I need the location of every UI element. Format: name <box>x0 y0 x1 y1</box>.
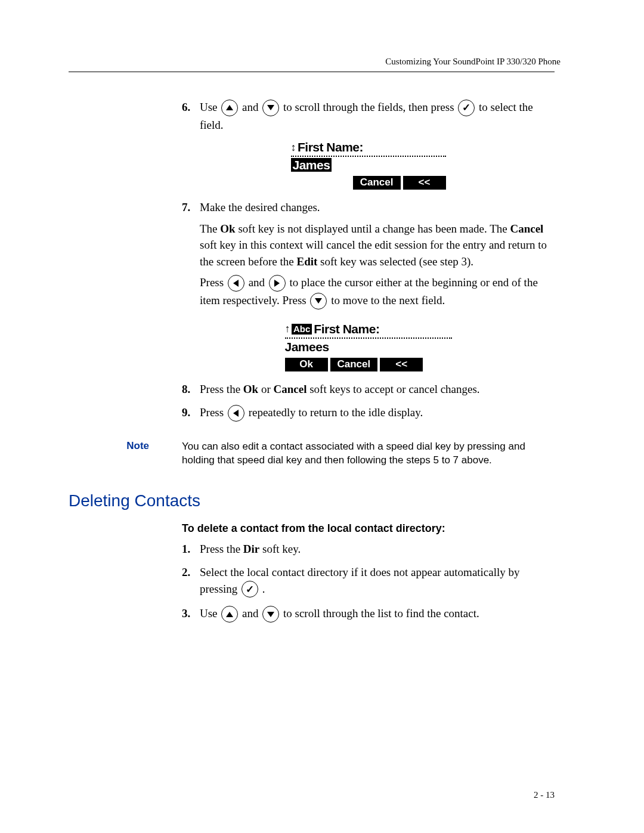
text: Use <box>200 607 220 620</box>
field-value: James <box>291 158 332 172</box>
step-body: Select the local contact directory if it… <box>200 564 555 598</box>
bold-ok: Ok <box>243 383 258 395</box>
paragraph: The Ok soft key is not displayed until a… <box>200 221 555 270</box>
softkey-cancel: Cancel <box>330 358 378 371</box>
scroll-indicator-icon: ↕ <box>291 141 296 154</box>
softkey-backspace: << <box>380 358 423 371</box>
softkey-cancel: Cancel <box>353 176 401 190</box>
bold-dir: Dir <box>243 543 259 555</box>
step-number: 1. <box>182 541 200 558</box>
paragraph: Press and to place the cursor either at … <box>200 274 555 309</box>
up-arrow-icon <box>221 606 238 623</box>
text: and <box>242 607 261 620</box>
step-number: 3. <box>182 605 200 623</box>
step-body: Press the Dir soft key. <box>200 541 555 558</box>
note-block: Note You can also edit a contact associa… <box>69 440 555 467</box>
text: Press the <box>200 543 243 555</box>
text: and <box>242 101 261 113</box>
field-value-row: James <box>291 157 446 176</box>
text: Press <box>200 406 227 419</box>
input-mode-badge: Abc <box>292 324 312 335</box>
note-label: Note <box>69 440 182 467</box>
down-arrow-icon <box>262 606 279 623</box>
down-arrow-icon <box>310 293 327 309</box>
delete-step-2: 2. Select the local contact directory if… <box>182 564 555 598</box>
field-label: First Name: <box>314 322 379 336</box>
check-icon: ✓ <box>458 100 475 116</box>
steps-list: 7. Make the desired changes. The Ok soft… <box>182 199 555 314</box>
check-icon: ✓ <box>242 581 258 597</box>
text: to move to the next field. <box>331 294 445 306</box>
phone-title-row: ↕ First Name: <box>291 140 446 157</box>
note-text: You can also edit a contact associated w… <box>182 440 555 467</box>
step-9: 9. Press repeatedly to return to the idl… <box>182 404 555 422</box>
softkey-backspace: << <box>403 176 446 190</box>
step-number: 9. <box>182 404 200 422</box>
text: soft key was selected (see step 3). <box>317 255 473 268</box>
text: to scroll through the list to find the c… <box>283 607 479 620</box>
phone-screen-1: ↕ First Name: James Cancel << <box>291 140 446 190</box>
delete-step-3: 3. Use and to scroll through the list to… <box>182 605 555 623</box>
step-number: 6. <box>182 99 200 133</box>
text: . <box>262 583 265 595</box>
page-number: 2 - 13 <box>534 790 555 800</box>
step-number: 2. <box>182 564 200 598</box>
text: Use <box>200 101 220 113</box>
step-body: Use and to scroll through the fields, th… <box>200 99 555 133</box>
step-body: Press the Ok or Cancel soft keys to acce… <box>200 381 555 398</box>
steps-list: 1. Press the Dir soft key. 2. Select the… <box>182 541 555 623</box>
step-number: 8. <box>182 381 200 398</box>
left-arrow-icon <box>228 275 244 292</box>
step-body: Use and to scroll through the list to fi… <box>200 605 555 623</box>
steps-list: 6. Use and to scroll through the fields,… <box>182 99 555 133</box>
softkey-row: Cancel << <box>291 176 446 190</box>
steps-list: 8. Press the Ok or Cancel soft keys to a… <box>182 381 555 422</box>
bold-ok: Ok <box>220 222 235 235</box>
content-block: To delete a contact from the local conta… <box>182 522 555 623</box>
scroll-up-indicator-icon: ↑ <box>285 323 290 335</box>
bold-cancel: Cancel <box>510 222 543 235</box>
softkey-ok: Ok <box>285 358 328 371</box>
text: Press <box>200 276 227 289</box>
delete-step-1: 1. Press the Dir soft key. <box>182 541 555 558</box>
left-arrow-icon <box>228 405 244 422</box>
text: soft key is not displayed until a change… <box>236 222 510 235</box>
step-number: 7. <box>182 199 200 314</box>
step-7: 7. Make the desired changes. The Ok soft… <box>182 199 555 314</box>
up-arrow-icon <box>221 100 238 116</box>
text: The <box>200 222 220 235</box>
text: or <box>258 383 273 395</box>
section-heading-deleting-contacts: Deleting Contacts <box>69 491 555 510</box>
sub-heading: To delete a contact from the local conta… <box>182 522 555 535</box>
softkey-row: Ok Cancel << <box>285 358 452 371</box>
step-8: 8. Press the Ok or Cancel soft keys to a… <box>182 381 555 398</box>
step-body: Make the desired changes. The Ok soft ke… <box>200 199 555 314</box>
step-body: Press repeatedly to return to the idle d… <box>200 404 555 422</box>
phone-screen-2: ↑ Abc First Name: Jamees Ok Cancel << <box>285 322 452 371</box>
page: Customizing Your SoundPoint IP 330/320 P… <box>0 0 644 833</box>
field-value-row: Jamees <box>285 339 452 358</box>
field-value: Jamees <box>285 340 329 354</box>
bold-cancel: Cancel <box>274 383 307 395</box>
text: soft keys to accept or cancel changes. <box>306 383 479 395</box>
bold-edit: Edit <box>296 255 317 268</box>
down-arrow-icon <box>262 100 279 116</box>
text: soft key. <box>259 543 301 555</box>
content-block: 6. Use and to scroll through the fields,… <box>182 99 555 422</box>
header-rule <box>69 72 555 72</box>
step-6: 6. Use and to scroll through the fields,… <box>182 99 555 133</box>
text: and <box>249 276 268 289</box>
phone-title-row: ↑ Abc First Name: <box>285 322 452 339</box>
text: Make the desired changes. <box>200 201 320 213</box>
running-header: Customizing Your SoundPoint IP 330/320 P… <box>69 57 561 67</box>
text: to scroll through the fields, then press <box>283 101 457 113</box>
text: repeatedly to return to the idle display… <box>249 406 423 419</box>
right-arrow-icon <box>269 275 286 292</box>
text: Press the <box>200 383 243 395</box>
field-label: First Name: <box>298 140 363 154</box>
